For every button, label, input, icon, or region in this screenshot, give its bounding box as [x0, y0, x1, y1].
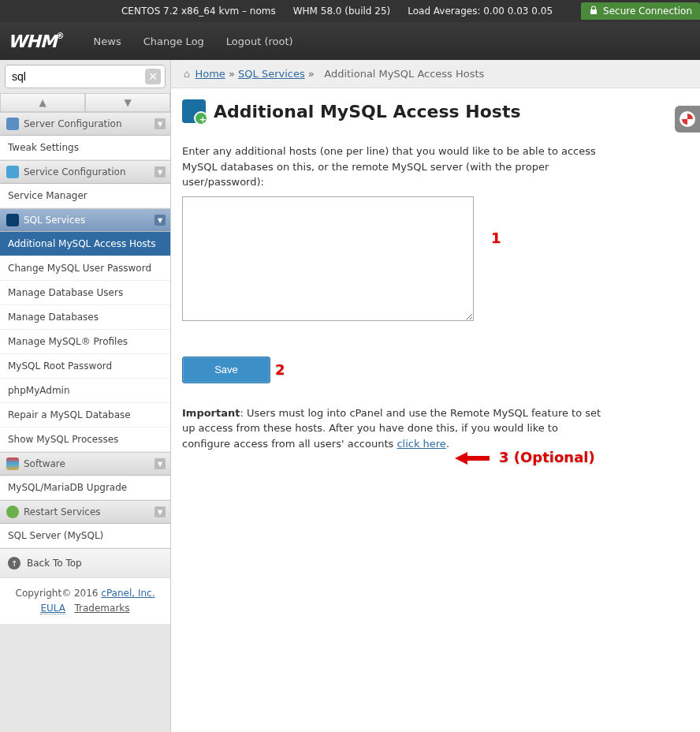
gear-icon: [6, 166, 19, 178]
collapse-up-button[interactable]: ▲: [0, 93, 85, 112]
group-label: Server Configuration: [24, 118, 122, 129]
search-input[interactable]: [5, 65, 166, 88]
save-button[interactable]: Save: [182, 357, 270, 383]
sidebar: ✕ ▲ ▼ Server Configuration ▼ Tweak Setti…: [0, 60, 171, 732]
important-note: Important: Users must log into cPanel an…: [182, 405, 608, 452]
chevron-down-icon: ▼: [155, 506, 166, 517]
load-averages: Load Averages: 0.00 0.03 0.05: [408, 6, 553, 17]
feature-icon: [182, 99, 206, 123]
page-description: Enter any additional hosts (one per line…: [182, 144, 608, 190]
group-restart-services[interactable]: Restart Services ▼: [0, 500, 170, 524]
breadcrumb: ⌂ Home » SQL Services » Additional MySQL…: [171, 60, 700, 88]
sidebar-spacer: [0, 624, 170, 732]
group-label: Service Configuration: [24, 166, 126, 177]
home-icon: ⌂: [184, 68, 190, 80]
important-label: Important: [182, 407, 240, 419]
os-info: CENTOS 7.2 x86_64 kvm – noms: [121, 6, 276, 17]
trademarks-link[interactable]: Trademarks: [74, 603, 129, 614]
restart-icon: [6, 506, 19, 518]
breadcrumb-sql-services[interactable]: SQL Services: [238, 68, 305, 80]
annotation-arrow-icon: [455, 452, 467, 465]
secure-connection-badge: Secure Connection: [581, 2, 700, 20]
chevron-up-icon: ▲: [39, 97, 46, 108]
sidebar-item-show-mysql-processes[interactable]: Show MySQL Processes: [0, 428, 170, 452]
whm-version: WHM 58.0 (build 25): [293, 6, 391, 17]
whm-logo: WHM®: [8, 32, 64, 51]
chevron-down-icon: ▼: [155, 215, 166, 226]
database-icon: [6, 214, 19, 226]
group-label: Restart Services: [24, 506, 101, 517]
sidebar-item-change-mysql-user-password[interactable]: Change MySQL User Password: [0, 256, 170, 281]
eula-link[interactable]: EULA: [40, 603, 65, 614]
annotation-1: 1: [491, 230, 501, 246]
group-service-configuration[interactable]: Service Configuration ▼: [0, 160, 170, 184]
chevron-down-icon: ▼: [155, 458, 166, 469]
sidebar-item-manage-databases[interactable]: Manage Databases: [0, 305, 170, 330]
access-hosts-textarea[interactable]: [182, 196, 474, 321]
search-container: ✕: [0, 60, 170, 93]
content-area: ⌂ Home » SQL Services » Additional MySQL…: [171, 60, 700, 732]
gear-icon: [6, 118, 19, 130]
collapse-down-button[interactable]: ▼: [85, 93, 170, 112]
lifesaver-icon: [680, 111, 695, 127]
sidebar-item-mysql-mariadb-upgrade[interactable]: MySQL/MariaDB Upgrade: [0, 476, 170, 500]
nav-logout[interactable]: Logout (root): [215, 35, 304, 47]
clear-search-icon[interactable]: ✕: [145, 69, 161, 84]
sidebar-item-phpmyadmin[interactable]: phpMyAdmin: [0, 379, 170, 403]
group-server-configuration[interactable]: Server Configuration ▼: [0, 112, 170, 136]
sidebar-item-service-manager[interactable]: Service Manager: [0, 184, 170, 208]
copyright-footer: Copyright© 2016 cPanel, Inc. EULA Tradem…: [0, 577, 170, 624]
group-software[interactable]: Software ▼: [0, 452, 170, 476]
breadcrumb-current: Additional MySQL Access Hosts: [324, 68, 484, 80]
header-nav: WHM® News Change Log Logout (root): [0, 22, 700, 60]
cpanel-link[interactable]: cPanel, Inc.: [101, 588, 155, 599]
status-bar: CENTOS 7.2 x86_64 kvm – noms WHM 58.0 (b…: [0, 0, 700, 22]
back-to-top-label: Back To Top: [27, 558, 82, 569]
sidebar-item-manage-database-users[interactable]: Manage Database Users: [0, 281, 170, 305]
sidebar-item-mysql-root-password[interactable]: MySQL Root Password: [0, 354, 170, 379]
page-title: Additional MySQL Access Hosts: [214, 102, 521, 121]
sidebar-item-manage-mysql-profiles[interactable]: Manage MySQL® Profiles: [0, 330, 170, 354]
nav-news[interactable]: News: [83, 35, 132, 47]
sidebar-item-repair-mysql-database[interactable]: Repair a MySQL Database: [0, 403, 170, 428]
group-sql-services[interactable]: SQL Services ▼: [0, 208, 170, 232]
nav-change-log[interactable]: Change Log: [132, 35, 215, 47]
annotation-3: 3 (Optional): [499, 449, 595, 465]
sidebar-item-sql-server-mysql[interactable]: SQL Server (MySQL): [0, 524, 170, 548]
sidebar-item-additional-mysql-access-hosts[interactable]: Additional MySQL Access Hosts: [0, 232, 170, 256]
chevron-down-icon: ▼: [124, 97, 131, 108]
group-label: SQL Services: [24, 215, 85, 226]
secure-connection-label: Secure Connection: [603, 6, 692, 17]
arrow-up-icon: ↑: [8, 557, 20, 570]
back-to-top-button[interactable]: ↑ Back To Top: [0, 548, 170, 577]
help-button[interactable]: [675, 106, 700, 133]
configure-all-users-link[interactable]: click here: [397, 438, 445, 450]
lock-icon: [589, 6, 598, 17]
chevron-down-icon: ▼: [155, 166, 166, 177]
software-icon: [6, 458, 19, 470]
annotation-2: 2: [275, 361, 285, 378]
chevron-down-icon: ▼: [155, 118, 166, 129]
group-label: Software: [24, 458, 65, 469]
sidebar-item-tweak-settings[interactable]: Tweak Settings: [0, 136, 170, 160]
breadcrumb-home[interactable]: Home: [195, 68, 225, 80]
